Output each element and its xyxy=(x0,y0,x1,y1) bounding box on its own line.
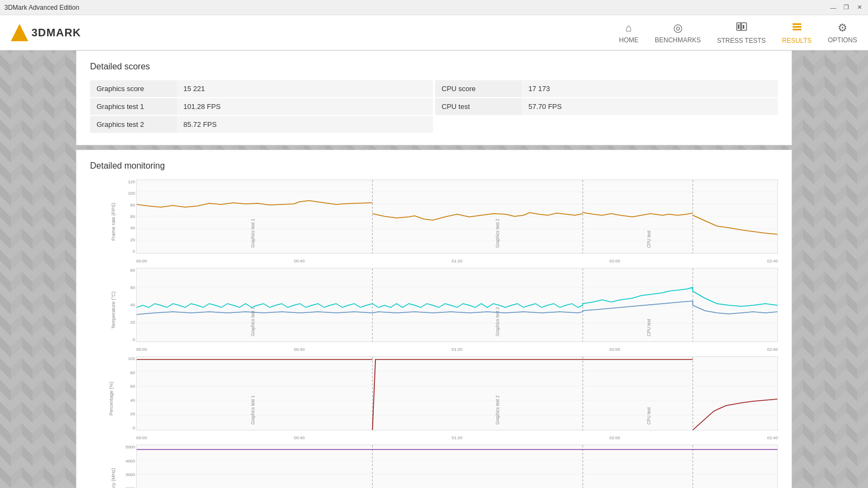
x-tick: 02:00 xyxy=(609,347,620,352)
y-tick: 5000 xyxy=(125,445,135,450)
x-tick: 02:40 xyxy=(767,435,778,440)
temperature-svg-area: Graphics test 1 Graphics test 2 CPU test xyxy=(136,268,778,342)
x-tick: 02:00 xyxy=(609,435,620,440)
score-row-gt1: Graphics test 1 101.28 FPS xyxy=(90,98,433,115)
x-tick: 02:40 xyxy=(767,347,778,352)
cpu-score-value: 17 173 xyxy=(522,80,778,97)
x-tick: 00:00 xyxy=(136,347,147,352)
y-tick: 40 xyxy=(130,303,135,307)
main-content: Detailed scores Graphics score 15 221 Gr… xyxy=(76,50,792,488)
temperature-svg: Graphics test 1 Graphics test 2 CPU test xyxy=(137,268,777,342)
x-tick: 00:40 xyxy=(294,435,305,440)
nav-benchmarks-label: BENCHMARKS xyxy=(655,36,701,44)
y-tick: 4000 xyxy=(125,459,135,464)
svg-text:Graphics test 2: Graphics test 2 xyxy=(495,395,501,425)
y-tick: 100 xyxy=(128,191,135,196)
svg-text:Graphics test 2: Graphics test 2 xyxy=(495,307,501,336)
frequency-chart-container: Frequency (MHz) 5000 4000 3000 2000 1000… xyxy=(90,445,778,488)
monitoring-panel-title: Detailed monitoring xyxy=(90,161,778,171)
framerate-chart: 120 100 80 60 40 20 0 xyxy=(120,179,778,264)
right-scores: CPU score 17 173 CPU test 57.70 FPS xyxy=(435,80,778,134)
y-tick: 60 xyxy=(130,285,135,290)
graphics-score-value: 15 221 xyxy=(177,80,433,97)
frequency-y-ticks: 5000 4000 3000 2000 1000 0 xyxy=(120,445,135,488)
frequency-y-label: Frequency (MHz) xyxy=(111,468,116,488)
nav-home[interactable]: ⌂ HOME xyxy=(619,22,639,44)
svg-text:Graphics test 1: Graphics test 1 xyxy=(250,219,256,248)
temperature-y-label: Temperature (°C) xyxy=(111,291,116,329)
svg-text:CPU test: CPU test xyxy=(646,318,652,336)
percentage-svg: Graphics test 1 Graphics test 2 CPU test xyxy=(137,357,777,430)
nav-stress-tests[interactable]: STRESS TESTS xyxy=(717,21,766,44)
nav-items: ⌂ HOME ◎ BENCHMARKS STRESS TESTS RESULTS… xyxy=(619,21,857,44)
cpu-test-label: CPU test xyxy=(435,98,522,115)
svg-rect-3 xyxy=(740,23,742,30)
graphics-score-label: Graphics score xyxy=(90,80,177,97)
home-icon: ⌂ xyxy=(626,22,632,34)
svg-text:CPU test: CPU test xyxy=(646,230,652,248)
y-tick: 40 xyxy=(130,226,135,230)
y-tick: 20 xyxy=(130,320,135,325)
y-tick: 20 xyxy=(130,237,135,242)
logo-text: 3DMARK xyxy=(31,27,81,39)
svg-text:CPU test: CPU test xyxy=(646,407,652,425)
x-tick: 01:20 xyxy=(451,259,462,264)
nav-benchmarks[interactable]: ◎ BENCHMARKS xyxy=(655,21,701,44)
gt2-value: 85.72 FPS xyxy=(177,116,433,133)
stress-tests-icon xyxy=(736,21,747,35)
nav-results-label: RESULTS xyxy=(782,37,812,44)
svg-marker-0 xyxy=(11,24,28,41)
framerate-y-label: Frame rate (FPS) xyxy=(111,202,116,240)
frequency-svg xyxy=(137,445,777,488)
close-button[interactable]: ✕ xyxy=(855,3,864,12)
y-tick: 60 xyxy=(130,214,135,219)
y-tick: 80 xyxy=(130,203,135,208)
y-tick: 100 xyxy=(128,356,135,361)
framerate-y-ticks: 120 100 80 60 40 20 0 xyxy=(120,179,135,254)
options-icon: ⚙ xyxy=(838,21,847,34)
y-tick: 0 xyxy=(133,249,135,254)
x-tick: 00:00 xyxy=(136,435,147,440)
cpu-test-value: 57.70 FPS xyxy=(522,98,778,115)
app-title: 3DMark Advanced Edition xyxy=(4,4,79,11)
framerate-x-axis: 00:00 00:40 01:20 02:00 02:40 xyxy=(136,259,778,264)
scores-panel-title: Detailed scores xyxy=(90,62,778,72)
minimize-button[interactable]: — xyxy=(829,3,838,12)
nav-options[interactable]: ⚙ OPTIONS xyxy=(828,21,857,44)
gt1-value: 101.28 FPS xyxy=(177,98,433,115)
y-tick: 80 xyxy=(130,268,135,273)
y-tick: 0 xyxy=(133,337,135,342)
y-tick: 80 xyxy=(130,370,135,375)
framerate-svg: Graphics test 1 Graphics test 2 CPU test xyxy=(137,180,777,253)
percentage-y-label: Percentage (%) xyxy=(108,381,114,415)
x-tick: 00:40 xyxy=(294,347,305,352)
percentage-x-axis: 00:00 00:40 01:20 02:00 02:40 xyxy=(136,435,778,440)
benchmarks-icon: ◎ xyxy=(673,21,682,34)
x-tick: 02:40 xyxy=(767,259,778,264)
frequency-svg-area xyxy=(136,445,778,488)
temperature-y-ticks: 80 60 40 20 0 xyxy=(120,268,135,342)
x-tick: 02:00 xyxy=(609,259,620,264)
nav-stress-tests-label: STRESS TESTS xyxy=(717,37,766,44)
window-controls: — ❐ ✕ xyxy=(829,3,864,12)
temperature-x-axis: 00:00 00:40 01:20 02:00 02:40 xyxy=(136,347,778,352)
x-tick: 00:00 xyxy=(136,259,147,264)
results-icon xyxy=(792,21,802,35)
gt1-label: Graphics test 1 xyxy=(90,98,177,115)
nav-results[interactable]: RESULTS xyxy=(782,21,812,44)
svg-text:Graphics test 2: Graphics test 2 xyxy=(495,219,501,248)
score-row-gt2: Graphics test 2 85.72 FPS xyxy=(90,116,433,133)
svg-text:Graphics test 1: Graphics test 1 xyxy=(250,307,256,336)
svg-text:Graphics test 1: Graphics test 1 xyxy=(250,395,256,425)
svg-rect-7 xyxy=(793,29,801,30)
temperature-chart-container: Temperature (°C) 80 60 40 20 0 xyxy=(90,268,778,352)
titlebar: 3DMark Advanced Edition — ❐ ✕ xyxy=(0,0,868,15)
gt2-label: Graphics test 2 xyxy=(90,116,177,133)
svg-rect-4 xyxy=(743,25,744,29)
frequency-chart: 5000 4000 3000 2000 1000 0 xyxy=(120,445,778,488)
y-tick: 60 xyxy=(130,384,135,389)
restore-button[interactable]: ❐ xyxy=(842,3,851,12)
logo: 3DMARK xyxy=(11,24,81,41)
y-tick: 40 xyxy=(130,398,135,403)
percentage-y-ticks: 100 80 60 40 20 0 xyxy=(120,356,135,431)
